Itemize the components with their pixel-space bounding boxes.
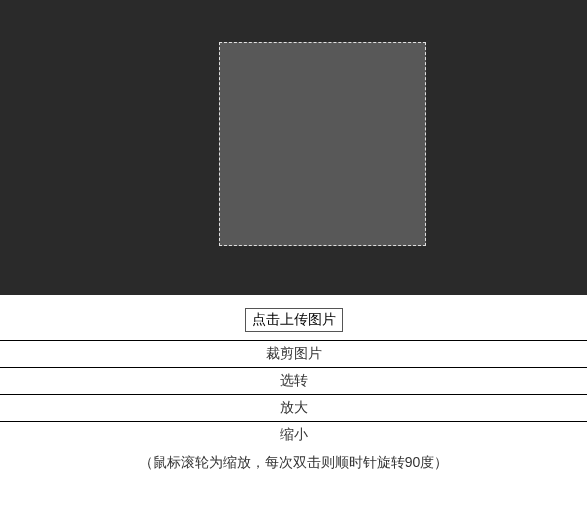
- crop-button[interactable]: 裁剪图片: [0, 340, 587, 367]
- crop-selection-box[interactable]: [219, 42, 426, 246]
- zoom-in-button[interactable]: 放大: [0, 394, 587, 421]
- upload-button[interactable]: 点击上传图片: [245, 308, 343, 332]
- rotate-button[interactable]: 选转: [0, 367, 587, 394]
- hint-text: （鼠标滚轮为缩放，每次双击则顺时针旋转90度）: [0, 448, 587, 488]
- controls-panel: 点击上传图片 裁剪图片 选转 放大 缩小 （鼠标滚轮为缩放，每次双击则顺时针旋转…: [0, 295, 587, 488]
- upload-row: 点击上传图片: [0, 295, 587, 340]
- image-canvas[interactable]: [0, 0, 587, 295]
- zoom-out-button[interactable]: 缩小: [0, 421, 587, 448]
